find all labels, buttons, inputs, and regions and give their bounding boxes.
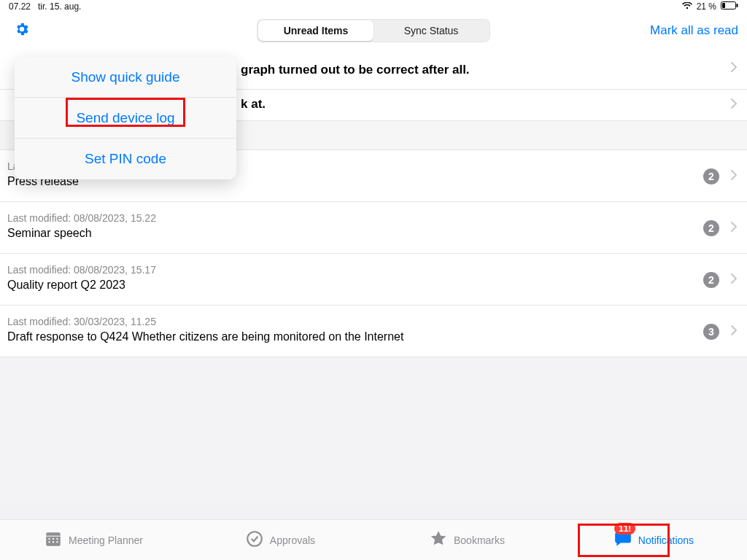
app-header: Unread Items Sync Status Mark all as rea… xyxy=(0,13,747,48)
item-title: graph turned out to be correct after all… xyxy=(241,63,470,77)
chevron-right-icon xyxy=(731,325,737,338)
wifi-icon xyxy=(682,1,692,12)
tab-sync-status[interactable]: Sync Status xyxy=(374,20,489,41)
settings-popover: Show quick guide Send device log Set PIN… xyxy=(15,57,236,179)
menu-label: Send device log xyxy=(76,110,174,126)
tab-label: Bookmarks xyxy=(454,534,505,546)
tab-unread-items[interactable]: Unread Items xyxy=(258,20,374,41)
menu-show-quick-guide[interactable]: Show quick guide xyxy=(15,57,236,98)
status-date: tir. 15. aug. xyxy=(38,1,81,12)
mark-all-label: Mark all as read xyxy=(650,23,738,37)
battery-icon xyxy=(721,1,738,12)
item-title: Quality report Q2 2023 xyxy=(7,279,735,292)
calendar-icon xyxy=(44,529,63,551)
item-title: k at. xyxy=(241,97,266,112)
menu-send-device-log[interactable]: Send device log xyxy=(15,98,236,139)
tab-label: Unread Items xyxy=(284,25,349,36)
gear-icon xyxy=(14,21,30,40)
mark-all-as-read-button[interactable]: Mark all as read xyxy=(650,23,738,38)
content-area: graph turned out to be correct after all… xyxy=(0,48,747,519)
count-badge: 2 xyxy=(703,272,719,288)
item-meta: Last modified: 08/08/2023, 15.17 xyxy=(7,264,735,276)
item-title: Draft response to Q424 Whether citizens … xyxy=(7,330,735,343)
menu-label: Set PIN code xyxy=(85,151,166,167)
svg-rect-1 xyxy=(722,3,725,8)
tab-approvals[interactable]: Approvals xyxy=(187,520,374,560)
tab-notifications[interactable]: 11! Notifications xyxy=(560,520,747,560)
tab-label: Sync Status xyxy=(404,25,459,36)
item-title: Seminar speech xyxy=(7,227,735,240)
tab-label: Approvals xyxy=(270,534,315,546)
item-meta: Last modified: 30/03/2023, 11.25 xyxy=(7,316,735,327)
svg-rect-9 xyxy=(53,541,54,542)
chevron-right-icon xyxy=(731,222,737,235)
empty-area xyxy=(0,357,747,503)
status-bar: 07.22 tir. 15. aug. 21 % xyxy=(0,0,747,13)
chevron-right-icon xyxy=(731,98,737,112)
battery-pct: 21 % xyxy=(697,1,716,12)
status-time: 07.22 xyxy=(9,1,31,12)
segmented-control: Unread Items Sync Status xyxy=(257,19,490,42)
svg-rect-5 xyxy=(49,538,50,540)
tab-label: Notifications xyxy=(638,534,694,546)
svg-point-11 xyxy=(247,532,262,546)
item-meta: Last modified: 08/08/2023, 15.22 xyxy=(7,212,735,224)
count-badge: 3 xyxy=(703,324,719,340)
chevron-right-icon xyxy=(731,62,737,75)
list-item[interactable]: Last modified: 08/08/2023, 15.17 Quality… xyxy=(0,254,747,306)
tab-meeting-planner[interactable]: Meeting Planner xyxy=(0,520,187,560)
tab-bookmarks[interactable]: Bookmarks xyxy=(374,520,560,560)
svg-rect-7 xyxy=(56,538,58,540)
list-item[interactable]: Last modified: 08/08/2023, 15.22 Seminar… xyxy=(0,202,747,254)
star-icon xyxy=(429,529,448,551)
count-badge: 2 xyxy=(703,220,719,236)
count-badge: 2 xyxy=(703,168,719,184)
chevron-right-icon xyxy=(731,273,737,287)
tab-bar: Meeting Planner Approvals Bookmarks 11! … xyxy=(0,519,747,560)
notification-count-badge: 11! xyxy=(614,523,635,534)
svg-rect-8 xyxy=(49,541,50,542)
svg-rect-6 xyxy=(53,538,54,540)
tab-label: Meeting Planner xyxy=(69,534,143,546)
svg-rect-2 xyxy=(737,4,738,7)
list-item[interactable]: Last modified: 30/03/2023, 11.25 Draft r… xyxy=(0,306,747,357)
check-badge-icon xyxy=(245,529,264,551)
svg-rect-4 xyxy=(46,536,61,537)
settings-button[interactable] xyxy=(9,18,35,44)
menu-label: Show quick guide xyxy=(71,69,180,85)
chevron-right-icon xyxy=(731,170,737,183)
menu-set-pin-code[interactable]: Set PIN code xyxy=(15,139,236,179)
svg-rect-10 xyxy=(56,541,58,542)
